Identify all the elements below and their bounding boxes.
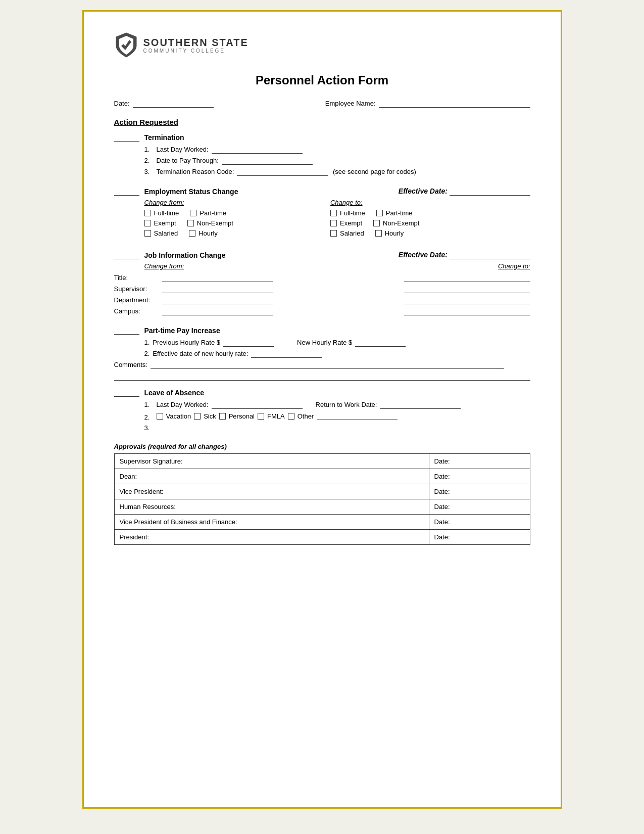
vacation-checkbox[interactable] bbox=[157, 413, 163, 420]
date-employee-row: Date: Employee Name: bbox=[114, 100, 530, 108]
job-info-title: Job Information Change bbox=[144, 251, 226, 259]
to-salaried-row: Salaried Hourly bbox=[330, 229, 530, 237]
title-to-field[interactable] bbox=[404, 274, 530, 282]
campus-from-field[interactable] bbox=[162, 307, 273, 315]
approvals-row-vp: Vice President: Date: bbox=[114, 484, 530, 499]
part-time-item-1: 1. Previous Hourly Rate $ New Hourly Rat… bbox=[144, 339, 530, 347]
form-page: SOUTHERN STATE COMMUNITY COLLEGE Personn… bbox=[82, 10, 562, 809]
employee-name-group: Employee Name: bbox=[325, 100, 530, 108]
date-group: Date: bbox=[114, 100, 214, 108]
supervisor-field-row: Supervisor: bbox=[114, 285, 530, 293]
from-parttime-checkbox[interactable] bbox=[190, 210, 196, 216]
comments-field[interactable] bbox=[151, 361, 504, 369]
emp-status-columns: Change from: Full-time Part-time Exempt … bbox=[114, 199, 530, 240]
termination-reason-field[interactable] bbox=[237, 168, 328, 176]
campus-field-row: Campus: bbox=[114, 307, 530, 315]
part-time-blank[interactable] bbox=[114, 327, 139, 335]
sick-label: Sick bbox=[204, 412, 216, 420]
hr-cell: Human Resources: bbox=[114, 499, 429, 514]
other-checkbox[interactable] bbox=[288, 413, 294, 420]
emp-status-blank[interactable] bbox=[114, 188, 139, 196]
department-from-field[interactable] bbox=[162, 296, 273, 304]
approvals-row-vpbf: Vice President of Business and Finance: … bbox=[114, 514, 530, 529]
fmla-checkbox[interactable] bbox=[258, 413, 264, 420]
approvals-section: Approvals (required for all changes) Sup… bbox=[114, 443, 530, 545]
to-salaried-checkbox[interactable] bbox=[330, 230, 337, 237]
leave-absence-row: Leave of Absence bbox=[114, 389, 530, 397]
from-fulltime-checkbox[interactable] bbox=[144, 210, 151, 216]
date-field[interactable] bbox=[133, 100, 214, 108]
job-info-eff-date-field[interactable] bbox=[450, 251, 530, 259]
to-nonexempt-checkbox[interactable] bbox=[373, 220, 380, 226]
vp-cell: Vice President: bbox=[114, 484, 429, 499]
vp-date-cell: Date: bbox=[429, 484, 530, 499]
comments-label: Comments: bbox=[114, 361, 147, 368]
supervisor-from-field[interactable] bbox=[162, 285, 273, 293]
dean-cell: Dean: bbox=[114, 469, 429, 484]
form-title: Personnel Action Form bbox=[114, 73, 530, 87]
to-fulltime-checkbox[interactable] bbox=[330, 210, 337, 216]
from-salaried-checkbox[interactable] bbox=[144, 230, 151, 237]
personal-label: Personal bbox=[229, 412, 255, 420]
part-time-row: Part-time Pay Increase bbox=[114, 327, 530, 335]
termination-blank[interactable] bbox=[114, 133, 139, 142]
from-hourly-checkbox[interactable] bbox=[189, 230, 195, 237]
campus-to-field[interactable] bbox=[404, 307, 530, 315]
termination-row: Termination bbox=[114, 133, 530, 142]
leave-absence-blank[interactable] bbox=[114, 389, 139, 397]
logo-title: SOUTHERN STATE bbox=[143, 37, 249, 48]
job-info-section: Job Information Change Effective Date: C… bbox=[114, 251, 530, 315]
title-field-row: Title: bbox=[114, 274, 530, 282]
vacation-label: Vacation bbox=[166, 412, 191, 420]
vpbf-date-cell: Date: bbox=[429, 514, 530, 529]
approvals-label: Approvals (required for all changes) bbox=[114, 443, 530, 450]
fmla-label: FMLA bbox=[267, 412, 285, 420]
leave-absence-title: Leave of Absence bbox=[144, 389, 205, 397]
part-time-item-2: 2. Effective date of new hourly rate: bbox=[144, 350, 530, 358]
personal-checkbox[interactable] bbox=[219, 413, 226, 420]
emp-status-eff-date-field[interactable] bbox=[450, 188, 530, 196]
dean-date-cell: Date: bbox=[429, 469, 530, 484]
title-from-field[interactable] bbox=[162, 274, 273, 282]
last-day-worked-field[interactable] bbox=[212, 146, 303, 154]
employment-status-section: Employment Status Change Effective Date:… bbox=[114, 187, 530, 240]
leave-item-1: 1. Last Day Worked: Return to Work Date: bbox=[144, 401, 530, 409]
from-nonexempt-checkbox[interactable] bbox=[187, 220, 194, 226]
comments-row: Comments: bbox=[114, 361, 530, 369]
leave-absence-section: Leave of Absence 1. Last Day Worked: Ret… bbox=[114, 389, 530, 432]
leave-absence-list: 1. Last Day Worked: Return to Work Date:… bbox=[144, 401, 530, 432]
new-hourly-rate-field[interactable] bbox=[355, 339, 406, 347]
logo-container: SOUTHERN STATE COMMUNITY COLLEGE bbox=[114, 32, 249, 58]
shield-icon bbox=[114, 32, 138, 58]
action-requested-header: Action Requested bbox=[114, 118, 530, 126]
employee-name-label: Employee Name: bbox=[325, 100, 376, 107]
supervisor-to-field[interactable] bbox=[404, 285, 530, 293]
emp-status-effective-date: Effective Date: bbox=[399, 187, 530, 196]
prev-hourly-rate-field[interactable] bbox=[223, 339, 274, 347]
leave-last-day-field[interactable] bbox=[212, 401, 303, 409]
supervisor-date-cell: Date: bbox=[429, 453, 530, 469]
new-rate-date-field[interactable] bbox=[251, 350, 322, 358]
termination-item-3: 3. Termination Reason Code: (see second … bbox=[144, 168, 530, 176]
employee-name-field[interactable] bbox=[379, 100, 530, 108]
vpbf-cell: Vice President of Business and Finance: bbox=[114, 514, 429, 529]
to-hourly-checkbox[interactable] bbox=[375, 230, 382, 237]
job-info-effective-date: Effective Date: bbox=[399, 251, 530, 259]
to-exempt-checkbox[interactable] bbox=[330, 220, 337, 226]
sick-checkbox[interactable] bbox=[194, 413, 201, 420]
return-to-work-field[interactable] bbox=[380, 401, 461, 409]
other-field[interactable] bbox=[317, 412, 398, 420]
header: SOUTHERN STATE COMMUNITY COLLEGE bbox=[114, 32, 530, 58]
date-pay-through-field[interactable] bbox=[222, 157, 313, 165]
department-to-field[interactable] bbox=[404, 296, 530, 304]
approvals-row-supervisor: Supervisor Signature: Date: bbox=[114, 453, 530, 469]
termination-item-2: 2. Date to Pay Through: bbox=[144, 157, 530, 165]
job-info-blank[interactable] bbox=[114, 251, 139, 259]
to-parttime-checkbox[interactable] bbox=[376, 210, 383, 216]
emp-status-change-from: Change from: Full-time Part-time Exempt … bbox=[114, 199, 322, 240]
emp-status-title: Employment Status Change bbox=[144, 188, 238, 196]
termination-section: Termination 1. Last Day Worked: 2. Date … bbox=[114, 133, 530, 176]
from-fulltime-row: Full-time Part-time bbox=[144, 209, 322, 217]
from-exempt-checkbox[interactable] bbox=[144, 220, 151, 226]
job-info-row: Job Information Change bbox=[114, 251, 226, 259]
